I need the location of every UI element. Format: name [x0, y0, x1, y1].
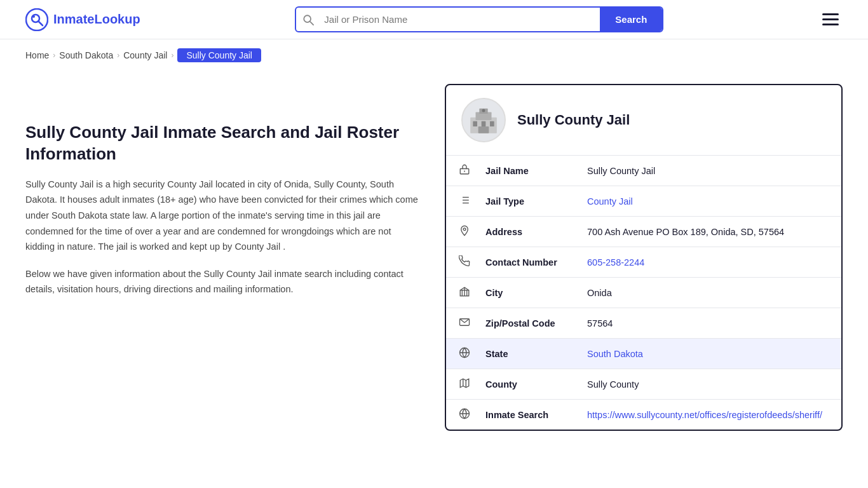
svg-point-13	[482, 109, 485, 112]
page-description-1: Sully County Jail is a high security Cou…	[25, 177, 419, 255]
row-label: City	[473, 278, 574, 308]
hamburger-line	[822, 24, 839, 25]
row-icon-cell	[446, 156, 473, 186]
svg-rect-12	[478, 126, 489, 133]
breadcrumb-sep-3: ›	[171, 51, 173, 60]
logo-icon	[25, 8, 48, 31]
table-row: Jail Name Sully County Jail	[446, 156, 841, 186]
hamburger-menu[interactable]	[818, 10, 843, 29]
main-content: Sully County Jail Inmate Search and Jail…	[0, 71, 868, 444]
table-row: State South Dakota	[446, 339, 841, 369]
info-table: Jail Name Sully County Jail Jail Type Co…	[446, 156, 841, 430]
table-row: Zip/Postal Code 57564	[446, 308, 841, 339]
table-row: Inmate Search https://www.sullycounty.ne…	[446, 400, 841, 430]
row-value: 57564	[574, 308, 841, 339]
left-panel: Sully County Jail Inmate Search and Jail…	[25, 84, 445, 297]
value-text: Sully County	[587, 379, 639, 390]
search-input[interactable]	[320, 8, 600, 31]
card-header: Sully County Jail	[446, 85, 841, 156]
logo-text: InmateLookup	[53, 12, 140, 27]
row-label: County	[473, 369, 574, 400]
row-icon-cell	[446, 278, 473, 308]
table-row: Contact Number 605-258-2244	[446, 247, 841, 278]
value-text: 700 Ash Avenue PO Box 189, Onida, SD, 57…	[587, 227, 784, 237]
breadcrumb-current: Sully County Jail	[177, 48, 261, 62]
search-icon-wrap	[296, 14, 320, 25]
row-icon-cell	[446, 217, 473, 247]
value-text: 57564	[587, 318, 613, 329]
row-icon-cell	[446, 308, 473, 339]
row-value[interactable]: 605-258-2244	[574, 247, 841, 278]
svg-line-5	[310, 22, 313, 25]
svg-point-0	[26, 9, 48, 30]
row-icon-cell	[446, 369, 473, 400]
breadcrumb-state[interactable]: South Dakota	[59, 50, 113, 60]
svg-point-22	[463, 228, 466, 231]
breadcrumb-home[interactable]: Home	[25, 50, 49, 60]
value-link[interactable]: County Jail	[587, 196, 633, 207]
table-row: Jail Type County Jail	[446, 186, 841, 217]
row-label: Zip/Postal Code	[473, 308, 574, 339]
value-text: Onida	[587, 288, 612, 298]
row-label: Inmate Search	[473, 400, 574, 430]
row-value[interactable]: County Jail	[574, 186, 841, 217]
logo[interactable]: InmateLookup	[25, 8, 140, 31]
breadcrumb-sep-2: ›	[117, 51, 119, 60]
table-row: Address 700 Ash Avenue PO Box 189, Onida…	[446, 217, 841, 247]
row-value: Sully County	[574, 369, 841, 400]
row-label: Jail Name	[473, 156, 574, 186]
right-panel: Sully County Jail Jail Name Sully County…	[445, 84, 843, 431]
svg-point-3	[32, 15, 35, 18]
row-icon-cell	[446, 339, 473, 369]
row-label: Address	[473, 217, 574, 247]
breadcrumb-sep-1: ›	[53, 51, 55, 60]
breadcrumb: Home › South Dakota › County Jail › Sull…	[0, 39, 868, 71]
row-label: Contact Number	[473, 247, 574, 278]
hamburger-line	[822, 18, 839, 20]
row-icon-cell	[446, 247, 473, 278]
page-title: Sully County Jail Inmate Search and Jail…	[25, 122, 419, 165]
row-label: Jail Type	[473, 186, 574, 217]
svg-point-4	[304, 15, 311, 22]
search-button[interactable]: Search	[600, 8, 662, 31]
search-icon	[302, 14, 314, 25]
card-title: Sully County Jail	[517, 112, 630, 128]
breadcrumb-type[interactable]: County Jail	[123, 50, 167, 60]
svg-marker-27	[460, 379, 469, 388]
row-icon-cell	[446, 186, 473, 217]
row-label: State	[473, 339, 574, 369]
svg-rect-11	[490, 121, 494, 126]
table-row: County Sully County	[446, 369, 841, 400]
search-bar: Search	[295, 6, 663, 32]
row-value[interactable]: https://www.sullycounty.net/offices/regi…	[574, 400, 841, 430]
row-icon-cell	[446, 400, 473, 430]
row-value: Onida	[574, 278, 841, 308]
svg-rect-9	[473, 121, 477, 126]
row-value: 700 Ash Avenue PO Box 189, Onida, SD, 57…	[574, 217, 841, 247]
jail-building-icon	[468, 104, 499, 136]
value-link[interactable]: https://www.sullycounty.net/offices/regi…	[587, 410, 822, 420]
contact-link[interactable]: 605-258-2244	[587, 257, 644, 268]
page-description-2: Below we have given information about th…	[25, 266, 419, 297]
header: InmateLookup Search	[0, 0, 868, 39]
value-text: Sully County Jail	[587, 166, 655, 176]
row-value: Sully County Jail	[574, 156, 841, 186]
table-row: City Onida	[446, 278, 841, 308]
info-card: Sully County Jail Jail Name Sully County…	[445, 84, 843, 431]
row-value[interactable]: South Dakota	[574, 339, 841, 369]
svg-rect-10	[482, 121, 486, 126]
hamburger-line	[822, 13, 839, 15]
value-link[interactable]: South Dakota	[587, 349, 643, 359]
jail-avatar	[461, 98, 506, 142]
